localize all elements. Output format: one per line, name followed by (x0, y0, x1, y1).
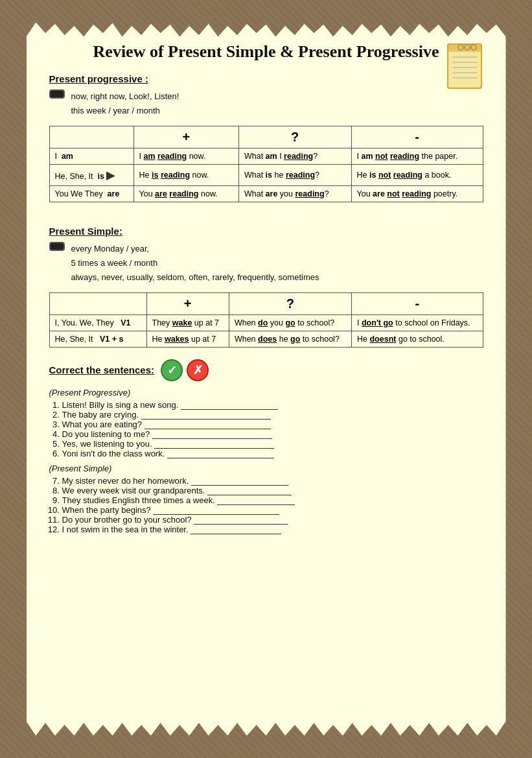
check-x-icons: ✓ ✗ (161, 359, 209, 381)
ps-subject-1: I, You. We, They V1 (49, 314, 146, 331)
ps-exercise-label: (Present Simple) (49, 464, 483, 473)
correct-header: Correct the sentences: (49, 364, 155, 375)
list-item: Do you listening to me? (62, 429, 483, 439)
correct-header-row: Correct the sentences: ✓ ✗ (49, 359, 483, 381)
list-item: What you are eating? (62, 420, 483, 429)
pp-exercise-label: (Present Progressive) (49, 388, 483, 397)
list-item: Do your brother go to your school? (62, 515, 483, 525)
pp-q-3: What are you reading? (238, 185, 351, 202)
traffic-light-ps (49, 242, 65, 251)
ps-q-1: When do you go to school? (229, 314, 351, 331)
pp-neg-1: I am not reading the paper. (351, 148, 483, 164)
checkmark-icon: ✓ (161, 359, 183, 381)
ps-pos-1: They wake up at 7 (146, 314, 229, 331)
ps-negative-header: - (352, 292, 483, 314)
ps-subject-2: He, She, It V1 + s (49, 331, 146, 347)
x-icon: ✗ (187, 359, 209, 381)
page-title: Review of Present Simple & Present Progr… (49, 42, 483, 62)
pp-exercises-list: Listen! Billy is sing a new song. The ba… (62, 400, 483, 458)
pp-traffic-light-wrap: now, right now, Look!, Listen! this week… (49, 89, 483, 118)
notebook-icon (441, 41, 487, 93)
ps-header: Present Simple: (49, 226, 483, 237)
pp-table-wrap: + ? - I am I am reading now. What am I r… (49, 126, 483, 214)
ps-neg-1: I don't go to school on Fridays. (352, 314, 483, 331)
ps-q-2: When does he go to school? (229, 331, 351, 347)
pp-pos-1: I am reading now. (133, 148, 238, 164)
ps-traffic-light-wrap: every Monday / year, 5 times a week / mo… (49, 242, 483, 285)
answer-blank (217, 496, 295, 505)
table-row: He, She, It V1 + s He wakes up at 7 When… (49, 331, 483, 347)
worksheet: Review of Present Simple & Present Progr… (27, 23, 506, 736)
list-item: I not swim in the sea in the winter. (62, 525, 483, 534)
ps-exercises-list: My sister never do her homework. We ever… (62, 476, 483, 534)
pp-subject-3: You We They are (49, 185, 133, 202)
list-item: Yoni isn't do the class work. (62, 449, 483, 458)
ps-question-header: ? (229, 292, 351, 314)
list-item: My sister never do her homework. (62, 476, 483, 486)
pp-table: + ? - I am I am reading now. What am I r… (49, 126, 483, 202)
list-item: They studies English three times a week. (62, 495, 483, 505)
list-item: Listen! Billy is sing a new song. (62, 400, 483, 410)
ps-positive-header: + (146, 292, 229, 314)
answer-blank (141, 410, 271, 420)
ps-table: + ? - I, You. We, They V1 They wake up a… (49, 292, 483, 348)
pp-time-expressions: now, right now, Look!, Listen! this week… (71, 89, 179, 118)
table-row: He, She, It is ▶ He is reading now. What… (49, 164, 483, 185)
pp-header: Present progressive : (49, 73, 483, 84)
answer-blank (191, 525, 281, 534)
answer-blank (194, 515, 288, 525)
ps-neg-2: He doesnt go to school. (352, 331, 483, 347)
answer-blank (152, 430, 272, 439)
pp-q-1: What am I reading? (238, 148, 351, 164)
pp-negative-header: - (351, 126, 483, 148)
answer-blank (181, 401, 278, 410)
answer-blank (207, 486, 292, 495)
svg-rect-10 (448, 44, 481, 52)
list-item: Yes, we listening to you. (62, 439, 483, 449)
answer-blank (191, 477, 288, 486)
pp-positive-header: + (133, 126, 238, 148)
table-row: I am I am reading now. What am I reading… (49, 148, 483, 164)
pp-pos-3: You are reading now. (133, 185, 238, 202)
answer-blank (145, 420, 271, 429)
pp-neg-3: You are not reading poetry. (351, 185, 483, 202)
pp-q-2: What is he reading? (238, 164, 351, 185)
pp-pos-2: He is reading now. (133, 164, 238, 185)
answer-blank (153, 506, 279, 515)
pp-neg-2: He is not reading a book. (351, 164, 483, 185)
present-progressive-section: Present progressive : now, right now, Lo… (49, 73, 483, 214)
list-item: We every week visit our grandparents. (62, 486, 483, 495)
pp-subject-2: He, She, It is ▶ (49, 164, 133, 185)
ps-pos-2: He wakes up at 7 (146, 331, 229, 347)
pp-subject-header (49, 126, 133, 148)
ps-time-expressions: every Monday / year, 5 times a week / mo… (71, 242, 319, 285)
correct-sentences-section: Correct the sentences: ✓ ✗ (Present Prog… (49, 359, 483, 534)
present-simple-section: Present Simple: every Monday / year, 5 t… (49, 226, 483, 348)
traffic-light-pp (49, 89, 65, 99)
pp-question-header: ? (238, 126, 351, 148)
table-row: You We They are You are reading now. Wha… (49, 185, 483, 202)
pp-subject-1: I am (49, 148, 133, 164)
answer-blank (154, 440, 274, 449)
answer-blank (167, 449, 274, 458)
list-item: When the party begins? (62, 505, 483, 515)
ps-subject-header (49, 292, 146, 314)
list-item: The baby are crying. (62, 410, 483, 420)
table-row: I, You. We, They V1 They wake up at 7 Wh… (49, 314, 483, 331)
